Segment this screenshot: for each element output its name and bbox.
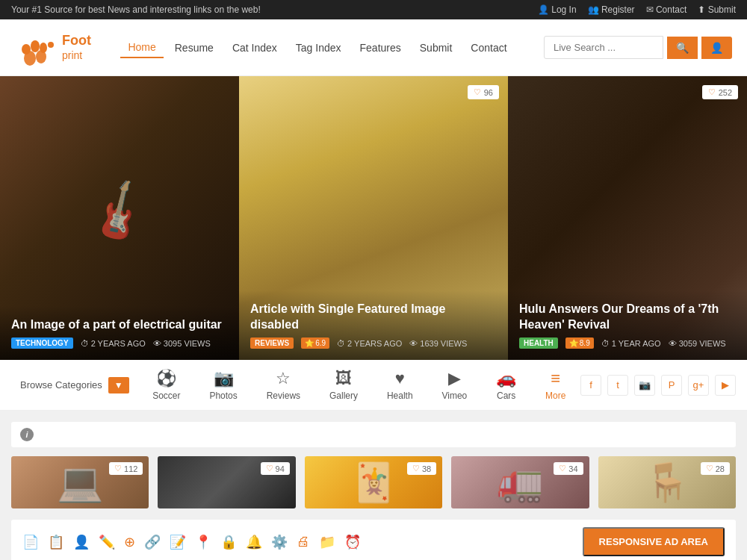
bell-icon[interactable]: 🔔 bbox=[246, 534, 262, 550]
cards-grid: 112 Group of people at the gym exercisin… bbox=[11, 456, 736, 508]
nav-resume[interactable]: Resume bbox=[167, 38, 221, 57]
pin-icon[interactable]: 📍 bbox=[195, 534, 211, 550]
hero-overlay-1: An Image of a part of electrical guitar … bbox=[0, 306, 239, 360]
google-plus-icon[interactable]: g+ bbox=[688, 375, 709, 396]
hero-overlay-2: Article with Single Featured Image disab… bbox=[239, 290, 508, 360]
hero-overlay-3: Hulu Answers Our Dreams of a '7th Heaven… bbox=[508, 290, 747, 360]
nav-home[interactable]: Home bbox=[120, 37, 163, 58]
health-icon: ♥ bbox=[395, 369, 405, 388]
info-icon: i bbox=[20, 428, 34, 441]
hero-title-3: Hulu Answers Our Dreams of a '7th Heaven… bbox=[519, 302, 736, 333]
nav-submit[interactable]: Submit bbox=[412, 38, 460, 57]
reviews-icon: ☆ bbox=[276, 369, 291, 388]
category-items: ⚽ Soccer 📷 Photos ☆ Reviews 🖼 Gallery ♥ … bbox=[138, 366, 580, 404]
file-icon[interactable]: 📝 bbox=[170, 534, 186, 550]
search-button[interactable]: 🔍 bbox=[667, 37, 698, 59]
hero-meta-2: REVIEWS ⭐ 6.9 ⏱ 2 YEARS AGO 👁 1639 VIEWS bbox=[250, 337, 497, 349]
cat-vimeo[interactable]: ▶ Vimeo bbox=[434, 366, 474, 404]
user-button[interactable]: 👤 bbox=[701, 37, 732, 59]
lock-icon[interactable]: 🔒 bbox=[220, 534, 237, 550]
hero-slide-3[interactable]: 252 Hulu Answers Our Dreams of a '7th He… bbox=[508, 76, 747, 360]
cat-reviews[interactable]: ☆ Reviews bbox=[259, 366, 308, 404]
svg-point-5 bbox=[48, 42, 54, 48]
hero-time-2: ⏱ 2 YEARS AGO bbox=[337, 339, 402, 348]
svg-point-3 bbox=[31, 40, 40, 52]
instagram-icon[interactable]: 📷 bbox=[634, 375, 655, 396]
facebook-icon[interactable]: f bbox=[580, 375, 601, 396]
hero-rating-2: ⭐ 6.9 bbox=[301, 337, 329, 349]
clock-icon[interactable]: ⏰ bbox=[344, 534, 361, 550]
responsive-ad-button[interactable]: RESPONSIVE AD AREA bbox=[583, 527, 725, 556]
cat-photos[interactable]: 📷 Photos bbox=[202, 366, 244, 404]
photos-icon: 📷 bbox=[214, 369, 234, 388]
pinterest-icon[interactable]: P bbox=[661, 375, 682, 396]
icon-bar-icons: 📄 📋 👤 ✏️ ⊕ 🔗 📝 📍 🔒 🔔 ⚙️ 🖨 📁 ⏰ bbox=[22, 534, 361, 550]
nav-features[interactable]: Features bbox=[353, 38, 409, 57]
cat-health[interactable]: ♥ Health bbox=[379, 366, 421, 404]
cat-soccer-label: Soccer bbox=[152, 391, 180, 401]
print-icon[interactable]: 🖨 bbox=[297, 534, 310, 550]
cat-reviews-label: Reviews bbox=[267, 391, 300, 401]
link-icon[interactable]: 🔗 bbox=[144, 534, 161, 550]
browse-categories-btn[interactable]: Browse Categories ▼ bbox=[11, 371, 138, 399]
cars-icon: 🚗 bbox=[496, 369, 516, 388]
card-3[interactable]: 38 8 Black shar-pei dog with glasses is … bbox=[305, 456, 442, 508]
soccer-icon: ⚽ bbox=[156, 369, 176, 388]
submit-link[interactable]: ⬆ Submit bbox=[698, 4, 736, 15]
card-likes-3: 38 bbox=[407, 462, 436, 475]
svg-point-2 bbox=[22, 44, 31, 55]
cat-soccer[interactable]: ⚽ Soccer bbox=[145, 366, 187, 404]
nav-cat-index[interactable]: Cat Index bbox=[225, 38, 285, 57]
browse-label: Browse Categories bbox=[20, 379, 102, 391]
card-2[interactable]: 94 7 Unlimited images with drag and drop… bbox=[158, 456, 295, 508]
card-image-2: 94 bbox=[158, 456, 295, 508]
person-icon[interactable]: 👤 bbox=[73, 534, 90, 550]
contact-link[interactable]: ✉ Contact bbox=[646, 4, 687, 15]
hero-slide-2[interactable]: 96 Article with Single Featured Image di… bbox=[239, 76, 508, 360]
card-image-5: 28 bbox=[598, 456, 736, 508]
hero-views-2: 👁 1639 VIEWS bbox=[409, 339, 467, 348]
cat-cars-label: Cars bbox=[497, 391, 515, 401]
hero-title-1: An Image of a part of electrical guitar bbox=[11, 317, 228, 333]
edit-icon[interactable]: ✏️ bbox=[99, 534, 115, 550]
hero-badge-2: REVIEWS bbox=[250, 337, 294, 349]
card-image-3: 38 bbox=[305, 456, 442, 508]
cat-vimeo-label: Vimeo bbox=[441, 391, 467, 401]
hero-title-2: Article with Single Featured Image disab… bbox=[250, 302, 497, 333]
card-large[interactable]: 112 Group of people at the gym exercisin… bbox=[11, 456, 149, 508]
more-icon: ≡ bbox=[551, 369, 560, 388]
cat-cars[interactable]: 🚗 Cars bbox=[489, 366, 524, 404]
youtube-icon[interactable]: ▶ bbox=[715, 375, 736, 396]
hero-slide-1[interactable]: An Image of a part of electrical guitar … bbox=[0, 76, 239, 360]
cat-more[interactable]: ≡ More bbox=[538, 366, 573, 404]
hero-meta-3: HEALTH ⭐ 8.9 ⏱ 1 YEAR AGO 👁 3059 VIEWS bbox=[519, 337, 736, 349]
gear-icon[interactable]: ⚙️ bbox=[271, 534, 288, 550]
nav-tag-index[interactable]: Tag Index bbox=[288, 38, 349, 57]
add-icon[interactable]: ⊕ bbox=[124, 534, 135, 550]
search-input[interactable] bbox=[544, 36, 663, 59]
cat-health-label: Health bbox=[387, 391, 413, 401]
folder-icon[interactable]: 📁 bbox=[319, 534, 335, 550]
login-link[interactable]: 👤 Log In bbox=[538, 4, 577, 15]
list-icon[interactable]: 📋 bbox=[48, 534, 64, 550]
hero-views-3: 👁 3059 VIEWS bbox=[669, 339, 726, 348]
svg-point-4 bbox=[40, 43, 47, 53]
logo-icon bbox=[15, 27, 56, 68]
card-5[interactable]: 28 10 Undo – Premium WordPress News ... bbox=[598, 456, 736, 508]
cat-more-label: More bbox=[545, 391, 565, 401]
register-link[interactable]: 👥 Register bbox=[588, 4, 635, 15]
card-likes-4: 34 bbox=[554, 462, 583, 475]
browse-arrow-icon: ▼ bbox=[108, 377, 129, 393]
nav-contact[interactable]: Contact bbox=[463, 38, 514, 57]
twitter-icon[interactable]: t bbox=[607, 375, 628, 396]
logo[interactable]: Foot print bbox=[15, 27, 91, 68]
card-4[interactable]: 34 9 Boutique Grid = Creative Magazine W… bbox=[451, 456, 589, 508]
card-likes-large: 112 bbox=[109, 462, 143, 475]
hero-time-3: ⏱ 1 YEAR AGO bbox=[601, 339, 661, 348]
logo-text: Foot print bbox=[62, 33, 91, 61]
doc-icon[interactable]: 📄 bbox=[22, 534, 39, 550]
cat-gallery[interactable]: 🖼 Gallery bbox=[322, 366, 365, 404]
header: Foot print Home Resume Cat Index Tag Ind… bbox=[0, 19, 747, 76]
card-image-large: 112 bbox=[11, 456, 149, 508]
info-bar: i bbox=[11, 422, 736, 447]
